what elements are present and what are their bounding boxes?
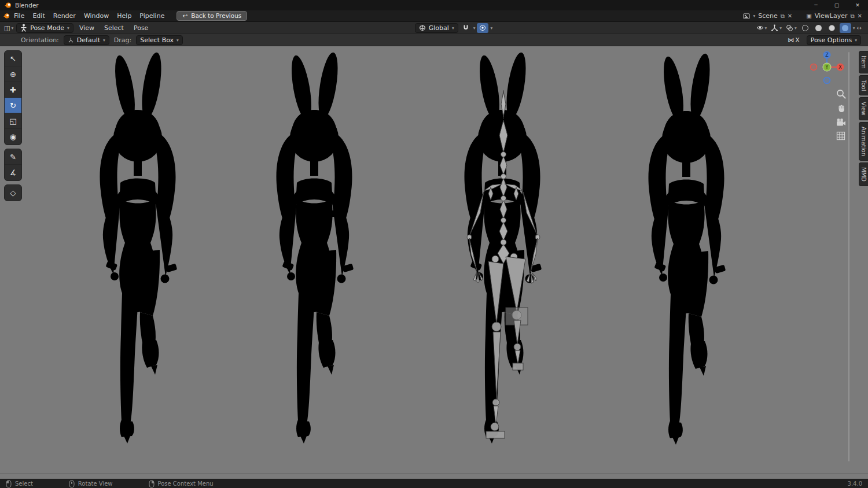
solid-sphere-icon [815,25,822,31]
header-expand-icon[interactable]: ↔ [857,25,862,31]
tab-animation[interactable]: Animation [859,122,868,161]
hand-icon[interactable] [836,103,846,113]
menu-file[interactable]: File [10,11,28,21]
viewlayer-icon[interactable]: ▣ [806,13,811,19]
menu-pipeline[interactable]: Pipeline [135,11,168,21]
tab-mmd[interactable]: MMD [859,162,868,186]
shading-settings-chevron[interactable]: ▾ [853,25,855,31]
mouse-middle-icon [69,480,75,488]
overlays-button[interactable]: ▾ [785,23,798,33]
figure-censored[interactable] [252,51,379,444]
tool-cursor-button[interactable]: ⊕ [5,66,21,82]
gizmos-button[interactable]: ▾ [770,23,783,33]
editor-type-button[interactable]: ◫ ▾ [3,23,14,33]
axis-z-negative-handle[interactable] [824,77,830,84]
axis-icon [68,37,74,43]
mirror-x-toggle[interactable]: ⋈ X [786,35,801,45]
mouse-left-icon [6,480,12,488]
tool-group-annotate: ✎ ∡ [4,149,22,181]
proportional-editing-button[interactable] [477,23,488,33]
figure-wireframe[interactable] [624,52,751,445]
scene-unlink-icon[interactable]: ✕ [788,13,792,19]
menu-pose[interactable]: Pose [130,23,152,33]
proportional-settings-chevron[interactable]: ▾ [490,25,492,31]
tool-select-box-button[interactable]: ↖ [5,51,21,66]
tool-group-extra: ◇ [4,184,22,201]
toolbar: ↖ ⊕ ✚ ↻ ◱ ◉ ✎ ∡ ◇ [4,50,22,201]
menu-help[interactable]: Help [113,11,135,21]
axis-x-negative-handle[interactable] [811,64,817,71]
eye-icon [756,25,764,31]
scene-browse-chevron[interactable]: ▾ [753,13,755,19]
status-rotate-view-label: Rotate View [78,480,113,487]
tool-measure-button[interactable]: ∡ [5,165,21,180]
drag-dropdown[interactable]: Select Box ▾ [136,35,183,45]
snap-settings-chevron[interactable]: ▾ [473,25,476,31]
pose-mode-icon [20,24,27,32]
mode-selector[interactable]: Pose Mode ▾ [16,23,73,33]
tool-extra-button[interactable]: ◇ [5,185,21,201]
shading-material-button[interactable] [826,23,838,33]
figure-clothed[interactable] [75,51,203,444]
drag-value: Select Box [140,36,174,44]
status-bar: Select Rotate View Pose Context Menu 3.4… [0,479,868,488]
viewlayer-unlink-icon[interactable]: ✕ [858,13,862,19]
tool-transform-button[interactable]: ◉ [5,129,21,145]
view-controls [836,89,846,141]
tab-tool[interactable]: Tool [859,75,868,95]
axis-y-label: Y [825,65,829,70]
figure-armature[interactable] [440,51,567,444]
menu-select[interactable]: Select [100,23,128,33]
pose-options-dropdown[interactable]: Pose Options ▾ [807,35,861,45]
viewport-header: ◫ ▾ Pose Mode ▾ View Select Pose Global … [0,22,868,34]
orientation-default-chevron: ▾ [103,38,105,43]
tab-item[interactable]: Item [859,51,868,73]
camera-icon[interactable] [836,118,846,127]
zoom-icon[interactable] [836,89,846,99]
maximize-button[interactable]: ▢ [826,0,847,10]
orientation-default-value: Default [77,36,100,44]
tool-rotate-button[interactable]: ↻ [5,98,21,113]
rendered-sphere-icon [842,25,848,31]
viewport-scrollbar[interactable] [848,52,849,461]
blender-menu-icon[interactable] [3,13,10,19]
tab-view[interactable]: View [859,97,868,120]
shading-solid-button[interactable] [813,23,825,33]
axis-x-label: X [838,65,842,70]
editor-type-icon: ◫ [4,24,10,32]
tool-move-button[interactable]: ✚ [5,82,21,98]
orientation-default-dropdown[interactable]: Default ▾ [64,35,109,45]
object-visibility-button[interactable]: ▾ [755,23,768,33]
menu-edit[interactable]: Edit [28,11,49,21]
menu-render[interactable]: Render [49,11,80,21]
tool-annotate-button[interactable]: ✎ [5,149,21,165]
gizmos-chevron: ▾ [779,25,782,31]
scene-browse-icon[interactable] [743,13,750,19]
transform-orientation-dropdown[interactable]: Global ▾ [415,23,458,33]
shading-rendered-button[interactable] [840,23,851,33]
scene-new-icon[interactable]: ⧉ [781,13,785,20]
snap-toggle-button[interactable] [460,23,472,33]
censor-bar-lower [312,269,318,291]
orientation-chevron: ▾ [452,25,454,31]
viewlayer-new-icon[interactable]: ⧉ [850,13,854,20]
status-select-label: Select [15,480,33,487]
proportional-icon [479,24,486,31]
editor-type-chevron: ▾ [11,25,13,31]
close-button[interactable]: ✕ [847,0,868,10]
tool-scale-button[interactable]: ◱ [5,113,21,129]
shading-wireframe-button[interactable] [800,23,811,33]
navigation-gizmo[interactable]: Z X Y [809,49,845,85]
back-to-previous-button[interactable]: ↩ Back to Previous [176,11,247,21]
gizmo-axes-icon [771,24,778,32]
viewlayer-name[interactable]: ViewLayer [815,12,848,20]
minimize-button[interactable]: ─ [806,0,826,10]
menu-view[interactable]: View [75,23,98,33]
drag-label: Drag: [114,36,131,44]
grid-icon[interactable] [836,131,845,141]
mouse-right-icon [149,480,155,488]
viewport[interactable]: ↖ ⊕ ✚ ↻ ◱ ◉ ✎ ∡ ◇ Z X Y [0,46,868,479]
scene-name[interactable]: Scene [758,12,778,20]
menu-window[interactable]: Window [80,11,113,21]
orientation-value: Global [429,24,449,32]
